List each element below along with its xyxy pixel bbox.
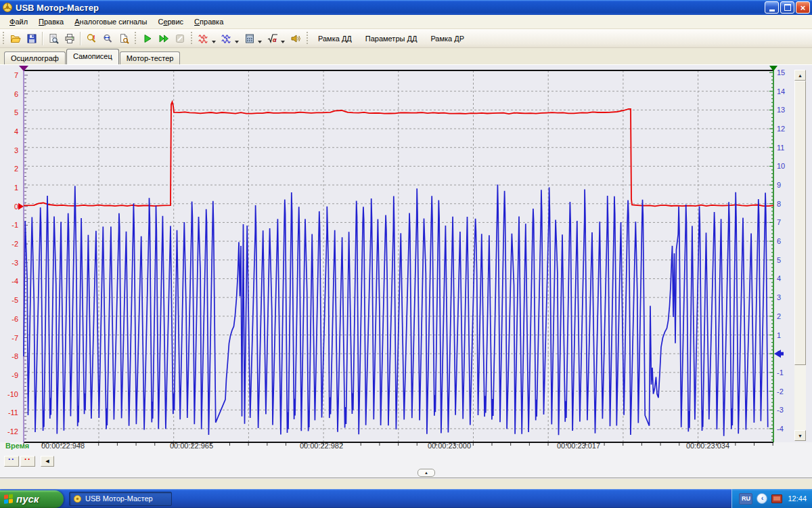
recorder-panel: 76543210-1-2-3-4-5-6-7-8-9-10-11-1215141…	[0, 64, 812, 489]
toolbar-gripper[interactable]	[2, 32, 5, 45]
toolbar-gripper[interactable]	[134, 32, 137, 45]
right-axis-label: 15	[777, 68, 785, 77]
right-axis-label: 1	[777, 331, 781, 339]
svg-text:α: α	[273, 37, 277, 43]
right-axis-label: 8	[777, 200, 781, 208]
sound-button[interactable]	[288, 30, 304, 47]
open-button[interactable]	[7, 30, 24, 47]
params-dd-button[interactable]: Параметры ДД	[359, 33, 424, 45]
hide-icons-button[interactable]: ‹	[757, 493, 767, 504]
red-signal-button[interactable]	[196, 30, 212, 47]
taskbar-clock: 12:44	[788, 494, 807, 503]
time-tick-label: 00:00:22:965	[170, 442, 213, 450]
zoom-pan-button[interactable]	[99, 30, 116, 47]
task-app-icon	[73, 494, 82, 503]
language-indicator[interactable]: RU	[739, 493, 752, 505]
window-controls: ×	[765, 1, 810, 14]
recorder-chart[interactable]: 76543210-1-2-3-4-5-6-7-8-9-10-11-1215141…	[0, 65, 812, 457]
vertical-scrollbar[interactable]: ▲ ▼	[794, 70, 806, 441]
right-axis-label: 9	[777, 181, 781, 189]
app-window: USB Мотор-Мастер × ФайлПравкаАналоговые …	[0, 0, 812, 508]
left-axis-label: -1	[12, 221, 18, 229]
blue-dots-icon: ··	[8, 457, 15, 461]
panel-bottom-margin	[0, 479, 812, 490]
blue-signal-button[interactable]	[219, 30, 235, 47]
frame-dd-button[interactable]: Рамка ДД	[311, 33, 359, 45]
menu-service[interactable]: Сервис	[152, 16, 189, 27]
tab-bar: ОсциллографСамописецМотор-тестер	[0, 48, 812, 64]
sheet-magnifier-icon	[118, 33, 129, 44]
save-button[interactable]	[24, 30, 40, 47]
minimize-icon	[769, 9, 775, 12]
print-button[interactable]	[62, 30, 78, 47]
menu-analog-signals[interactable]: Аналоговые сигналы	[69, 16, 152, 27]
display-tray-icon[interactable]	[771, 494, 782, 503]
minimize-button[interactable]	[765, 1, 779, 14]
start-label: пуск	[16, 493, 39, 505]
magnifier-arrows-icon	[102, 33, 113, 44]
hscroll-left-button[interactable]: ◀	[41, 456, 54, 467]
right-axis-label: 13	[777, 106, 785, 114]
time-axis-title: Время	[5, 442, 29, 450]
app-icon	[2, 2, 13, 13]
tab-oscilloscope[interactable]: Осциллограф	[4, 51, 66, 64]
start-acquisition-button[interactable]	[139, 30, 156, 47]
play-icon	[142, 33, 153, 44]
channel-blue-toggle-button[interactable]: ··	[4, 456, 19, 467]
print-preview-icon	[48, 33, 59, 44]
left-axis-label: -10	[7, 390, 18, 398]
stop-button[interactable]	[172, 30, 188, 47]
blue-zero-marker-stem[interactable]	[781, 352, 784, 356]
start-button[interactable]: пуск	[0, 490, 64, 508]
close-button[interactable]: ×	[796, 1, 810, 14]
blue-signal-dropdown-icon[interactable]	[235, 41, 239, 43]
red-wave-icon	[198, 33, 209, 44]
menu-file[interactable]: Файл	[4, 16, 33, 27]
right-axis-label: 10	[777, 162, 785, 170]
math-functions-button[interactable]: α	[265, 30, 281, 47]
toolbar: ! α Рамка ДД Параметры ДД Рамка ДР	[0, 29, 812, 48]
toolbar-separator	[42, 32, 43, 45]
right-axis-label: 5	[777, 256, 781, 264]
fast-acquisition-button[interactable]	[156, 30, 172, 47]
speaker-icon	[290, 33, 301, 44]
red-signal-trace	[24, 102, 773, 206]
sqrt-alpha-icon: α	[267, 33, 278, 44]
right-axis-label: 14	[777, 87, 785, 96]
calculator-dropdown-icon[interactable]	[258, 41, 262, 43]
toolbar-gripper[interactable]	[306, 32, 309, 45]
vertical-scrollbar-thumb[interactable]	[794, 81, 806, 365]
tab-motor-tester[interactable]: Мотор-тестер	[120, 51, 181, 64]
red-signal-dropdown-icon[interactable]	[212, 41, 216, 43]
right-axis-label: 2	[777, 312, 781, 320]
zoom-mark-button[interactable]: !	[83, 30, 99, 47]
frame-dr-button[interactable]: Рамка ДР	[424, 33, 471, 45]
taskbar-task-usb-motor-master[interactable]: USB Мотор-Мастер	[69, 492, 172, 506]
right-axis-label: 7	[777, 218, 781, 226]
collapse-panel-button[interactable]: ▲	[418, 469, 435, 477]
time-tick-label: 00:00:22:948	[41, 442, 85, 450]
print-preview-button[interactable]	[45, 30, 62, 47]
channel-red-toggle-button[interactable]: ··	[20, 456, 35, 467]
left-axis-label: 4	[14, 127, 18, 135]
left-axis-label: -2	[12, 240, 18, 248]
red-zero-marker[interactable]	[18, 203, 24, 210]
page-search-button[interactable]	[116, 30, 132, 47]
calculator-button[interactable]	[242, 30, 258, 47]
left-axis-label: -6	[12, 315, 18, 323]
left-axis-label: -5	[12, 296, 18, 304]
folder-open-icon	[10, 33, 21, 44]
restore-button[interactable]	[780, 1, 794, 14]
double-play-icon	[158, 33, 169, 44]
scroll-down-button[interactable]: ▼	[794, 430, 806, 441]
toolbar-gripper[interactable]	[190, 32, 194, 45]
math-dropdown-icon[interactable]	[281, 41, 285, 43]
magnifier-alert-icon: !	[86, 33, 97, 44]
left-axis-label: -9	[12, 371, 18, 379]
menu-help[interactable]: Справка	[189, 16, 229, 27]
window-title: USB Мотор-Мастер	[16, 3, 765, 13]
left-axis-label: -8	[12, 352, 18, 360]
tab-recorder[interactable]: Самописец	[66, 49, 119, 64]
scroll-up-button[interactable]: ▲	[794, 70, 806, 81]
menu-edit[interactable]: Правка	[33, 16, 69, 27]
